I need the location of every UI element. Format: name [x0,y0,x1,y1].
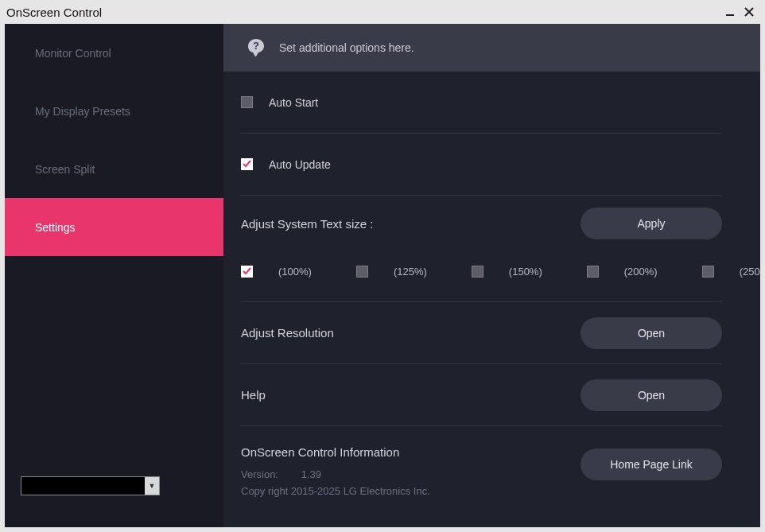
auto-start-label: Auto Start [269,96,318,109]
help-icon: ? [246,37,266,58]
info-bar-text: Set additional options here. [279,41,414,54]
main-panel: ? Set additional options here. Auto Star… [223,24,760,527]
info-title: OnScreen Control Information [241,445,430,459]
auto-start-row: Auto Start [241,72,722,134]
text-size-option-250[interactable]: (250%) [702,266,760,278]
auto-update-row: Auto Update [241,134,722,196]
auto-start-checkbox[interactable] [241,96,253,108]
help-row: Help Open [241,364,722,426]
sidebar: Monitor Control My Display Presets Scree… [5,24,223,527]
text-size-section: Adjust System Text size : Apply (100%) (… [241,196,722,302]
text-size-checkbox[interactable] [587,266,599,278]
text-size-checkbox[interactable] [241,266,253,278]
resolution-open-button[interactable]: Open [581,317,722,349]
close-button[interactable] [740,2,759,21]
chevron-down-icon: ▼ [145,477,159,495]
sidebar-item-label: Settings [35,221,76,234]
auto-update-checkbox[interactable] [241,158,253,170]
sidebar-item-screen-split[interactable]: Screen Split [5,140,223,198]
sidebar-item-monitor-control[interactable]: Monitor Control [5,24,223,82]
copyright-line: Copy right 2015-2025 LG Electronics Inc. [241,483,430,500]
sidebar-item-settings[interactable]: Settings [5,198,223,256]
svg-text:?: ? [253,40,259,52]
sidebar-item-label: My Display Presets [35,105,130,118]
sidebar-item-label: Monitor Control [35,47,111,60]
sidebar-item-display-presets[interactable]: My Display Presets [5,82,223,140]
window-title: OnScreen Control [6,6,102,19]
text-size-option-150[interactable]: (150%) [472,266,542,278]
resolution-row: Adjust Resolution Open [241,302,722,364]
titlebar: OnScreen Control [0,0,765,24]
text-size-checkbox[interactable] [472,266,483,278]
apply-button[interactable]: Apply [581,208,722,239]
text-size-option-125[interactable]: (125%) [356,266,427,278]
info-row: OnScreen Control Information Version: 1.… [241,426,722,500]
homepage-link-button[interactable]: Home Page Link [581,449,722,480]
text-size-option-100[interactable]: (100%) [241,266,312,278]
sidebar-item-label: Screen Split [35,163,95,176]
text-size-title: Adjust System Text size : [241,217,373,231]
help-open-button[interactable]: Open [581,379,722,411]
text-size-checkbox[interactable] [356,266,368,278]
minimize-button[interactable] [720,2,740,21]
text-size-option-200[interactable]: (200%) [587,266,658,278]
version-line: Version: 1.39 [241,467,430,483]
info-bar: ? Set additional options here. [223,24,760,72]
help-title: Help [241,388,266,402]
auto-update-label: Auto Update [269,158,331,171]
resolution-title: Adjust Resolution [241,326,334,340]
monitor-select-dropdown[interactable]: ▼ [21,476,160,495]
text-size-checkbox[interactable] [702,266,714,278]
